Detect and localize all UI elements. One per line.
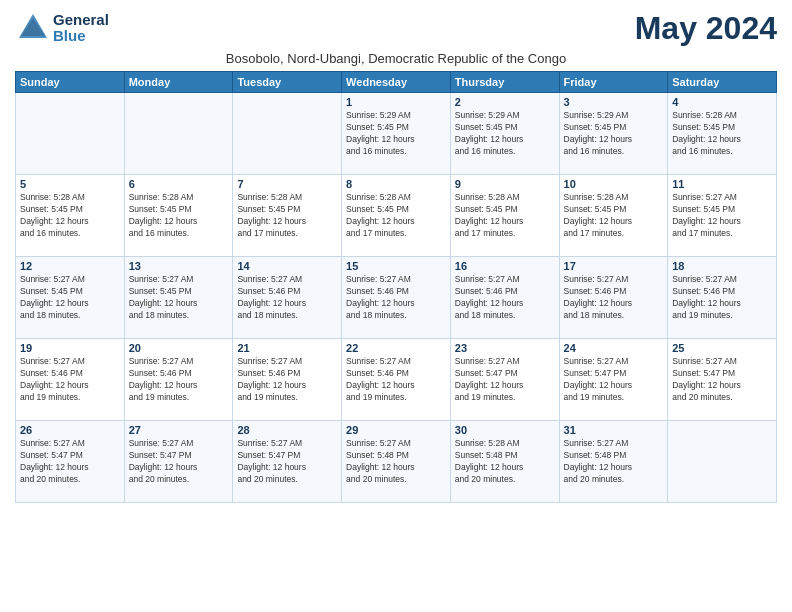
- cell-info: Sunrise: 5:27 AMSunset: 5:46 PMDaylight:…: [237, 274, 337, 322]
- calendar-cell: 29Sunrise: 5:27 AMSunset: 5:48 PMDayligh…: [342, 421, 451, 503]
- header-row: Sunday Monday Tuesday Wednesday Thursday…: [16, 72, 777, 93]
- day-number: 28: [237, 424, 337, 436]
- day-number: 15: [346, 260, 446, 272]
- header-friday: Friday: [559, 72, 668, 93]
- cell-info: Sunrise: 5:28 AMSunset: 5:45 PMDaylight:…: [346, 192, 446, 240]
- cell-info: Sunrise: 5:27 AMSunset: 5:47 PMDaylight:…: [564, 356, 664, 404]
- cell-info: Sunrise: 5:28 AMSunset: 5:45 PMDaylight:…: [20, 192, 120, 240]
- logo-general-text: General: [53, 12, 109, 29]
- calendar-cell: 30Sunrise: 5:28 AMSunset: 5:48 PMDayligh…: [450, 421, 559, 503]
- logo-icon: [15, 10, 51, 46]
- day-number: 23: [455, 342, 555, 354]
- day-number: 24: [564, 342, 664, 354]
- cell-info: Sunrise: 5:27 AMSunset: 5:47 PMDaylight:…: [20, 438, 120, 486]
- day-number: 22: [346, 342, 446, 354]
- cell-info: Sunrise: 5:28 AMSunset: 5:45 PMDaylight:…: [129, 192, 229, 240]
- calendar-cell: 15Sunrise: 5:27 AMSunset: 5:46 PMDayligh…: [342, 257, 451, 339]
- day-number: 19: [20, 342, 120, 354]
- cell-info: Sunrise: 5:27 AMSunset: 5:46 PMDaylight:…: [346, 274, 446, 322]
- calendar-cell: 26Sunrise: 5:27 AMSunset: 5:47 PMDayligh…: [16, 421, 125, 503]
- header: General Blue May 2024: [15, 10, 777, 47]
- calendar-header: Sunday Monday Tuesday Wednesday Thursday…: [16, 72, 777, 93]
- cell-info: Sunrise: 5:29 AMSunset: 5:45 PMDaylight:…: [564, 110, 664, 158]
- calendar-cell: 19Sunrise: 5:27 AMSunset: 5:46 PMDayligh…: [16, 339, 125, 421]
- day-number: 1: [346, 96, 446, 108]
- cell-info: Sunrise: 5:28 AMSunset: 5:48 PMDaylight:…: [455, 438, 555, 486]
- calendar-table: Sunday Monday Tuesday Wednesday Thursday…: [15, 71, 777, 503]
- day-number: 31: [564, 424, 664, 436]
- day-number: 11: [672, 178, 772, 190]
- day-number: 8: [346, 178, 446, 190]
- header-saturday: Saturday: [668, 72, 777, 93]
- calendar-cell: 27Sunrise: 5:27 AMSunset: 5:47 PMDayligh…: [124, 421, 233, 503]
- cell-info: Sunrise: 5:27 AMSunset: 5:47 PMDaylight:…: [237, 438, 337, 486]
- cell-info: Sunrise: 5:28 AMSunset: 5:45 PMDaylight:…: [455, 192, 555, 240]
- cell-info: Sunrise: 5:27 AMSunset: 5:45 PMDaylight:…: [20, 274, 120, 322]
- day-number: 9: [455, 178, 555, 190]
- day-number: 3: [564, 96, 664, 108]
- calendar-cell: [124, 93, 233, 175]
- cell-info: Sunrise: 5:27 AMSunset: 5:46 PMDaylight:…: [564, 274, 664, 322]
- header-tuesday: Tuesday: [233, 72, 342, 93]
- cell-info: Sunrise: 5:28 AMSunset: 5:45 PMDaylight:…: [564, 192, 664, 240]
- calendar-cell: 9Sunrise: 5:28 AMSunset: 5:45 PMDaylight…: [450, 175, 559, 257]
- week-row-4: 26Sunrise: 5:27 AMSunset: 5:47 PMDayligh…: [16, 421, 777, 503]
- day-number: 2: [455, 96, 555, 108]
- month-title: May 2024: [635, 10, 777, 47]
- day-number: 7: [237, 178, 337, 190]
- logo: General Blue: [15, 10, 109, 46]
- calendar-cell: 13Sunrise: 5:27 AMSunset: 5:45 PMDayligh…: [124, 257, 233, 339]
- header-thursday: Thursday: [450, 72, 559, 93]
- calendar-cell: 24Sunrise: 5:27 AMSunset: 5:47 PMDayligh…: [559, 339, 668, 421]
- calendar-cell: [668, 421, 777, 503]
- calendar-cell: 14Sunrise: 5:27 AMSunset: 5:46 PMDayligh…: [233, 257, 342, 339]
- day-number: 26: [20, 424, 120, 436]
- calendar-cell: 12Sunrise: 5:27 AMSunset: 5:45 PMDayligh…: [16, 257, 125, 339]
- cell-info: Sunrise: 5:27 AMSunset: 5:48 PMDaylight:…: [564, 438, 664, 486]
- calendar-cell: 23Sunrise: 5:27 AMSunset: 5:47 PMDayligh…: [450, 339, 559, 421]
- day-number: 13: [129, 260, 229, 272]
- header-sunday: Sunday: [16, 72, 125, 93]
- calendar-cell: 1Sunrise: 5:29 AMSunset: 5:45 PMDaylight…: [342, 93, 451, 175]
- cell-info: Sunrise: 5:27 AMSunset: 5:48 PMDaylight:…: [346, 438, 446, 486]
- cell-info: Sunrise: 5:27 AMSunset: 5:45 PMDaylight:…: [672, 192, 772, 240]
- cell-info: Sunrise: 5:27 AMSunset: 5:46 PMDaylight:…: [237, 356, 337, 404]
- header-wednesday: Wednesday: [342, 72, 451, 93]
- calendar-cell: 10Sunrise: 5:28 AMSunset: 5:45 PMDayligh…: [559, 175, 668, 257]
- calendar-cell: 16Sunrise: 5:27 AMSunset: 5:46 PMDayligh…: [450, 257, 559, 339]
- day-number: 20: [129, 342, 229, 354]
- week-row-3: 19Sunrise: 5:27 AMSunset: 5:46 PMDayligh…: [16, 339, 777, 421]
- calendar-cell: 5Sunrise: 5:28 AMSunset: 5:45 PMDaylight…: [16, 175, 125, 257]
- cell-info: Sunrise: 5:27 AMSunset: 5:46 PMDaylight:…: [455, 274, 555, 322]
- cell-info: Sunrise: 5:27 AMSunset: 5:46 PMDaylight:…: [672, 274, 772, 322]
- header-monday: Monday: [124, 72, 233, 93]
- calendar-cell: [16, 93, 125, 175]
- calendar-cell: 8Sunrise: 5:28 AMSunset: 5:45 PMDaylight…: [342, 175, 451, 257]
- calendar-cell: 31Sunrise: 5:27 AMSunset: 5:48 PMDayligh…: [559, 421, 668, 503]
- calendar-cell: 4Sunrise: 5:28 AMSunset: 5:45 PMDaylight…: [668, 93, 777, 175]
- day-number: 21: [237, 342, 337, 354]
- calendar-cell: 21Sunrise: 5:27 AMSunset: 5:46 PMDayligh…: [233, 339, 342, 421]
- day-number: 18: [672, 260, 772, 272]
- day-number: 14: [237, 260, 337, 272]
- cell-info: Sunrise: 5:28 AMSunset: 5:45 PMDaylight:…: [237, 192, 337, 240]
- calendar-cell: 11Sunrise: 5:27 AMSunset: 5:45 PMDayligh…: [668, 175, 777, 257]
- week-row-2: 12Sunrise: 5:27 AMSunset: 5:45 PMDayligh…: [16, 257, 777, 339]
- page: General Blue May 2024 Bosobolo, Nord-Uba…: [0, 0, 792, 612]
- calendar-cell: 22Sunrise: 5:27 AMSunset: 5:46 PMDayligh…: [342, 339, 451, 421]
- cell-info: Sunrise: 5:27 AMSunset: 5:47 PMDaylight:…: [129, 438, 229, 486]
- calendar-body: 1Sunrise: 5:29 AMSunset: 5:45 PMDaylight…: [16, 93, 777, 503]
- cell-info: Sunrise: 5:27 AMSunset: 5:47 PMDaylight:…: [672, 356, 772, 404]
- day-number: 29: [346, 424, 446, 436]
- svg-marker-1: [21, 18, 45, 36]
- cell-info: Sunrise: 5:27 AMSunset: 5:47 PMDaylight:…: [455, 356, 555, 404]
- calendar-cell: 2Sunrise: 5:29 AMSunset: 5:45 PMDaylight…: [450, 93, 559, 175]
- calendar-cell: [233, 93, 342, 175]
- day-number: 27: [129, 424, 229, 436]
- day-number: 5: [20, 178, 120, 190]
- cell-info: Sunrise: 5:27 AMSunset: 5:46 PMDaylight:…: [20, 356, 120, 404]
- week-row-1: 5Sunrise: 5:28 AMSunset: 5:45 PMDaylight…: [16, 175, 777, 257]
- day-number: 12: [20, 260, 120, 272]
- day-number: 30: [455, 424, 555, 436]
- day-number: 10: [564, 178, 664, 190]
